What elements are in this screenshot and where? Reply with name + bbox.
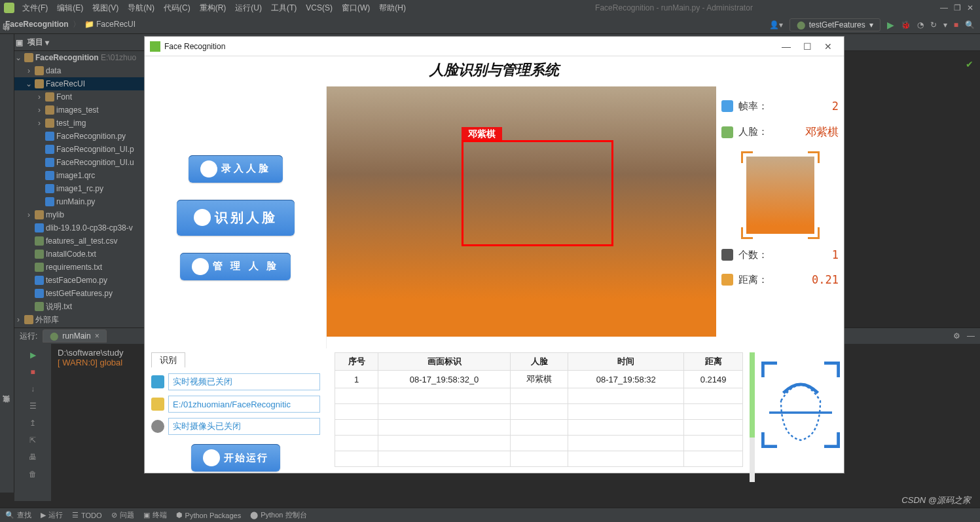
results-panel: 序号画面标识人脸时间距离 108-17_19:58:32_0邓紫棋08-17_1… — [327, 348, 844, 486]
window-maximize-icon[interactable]: ❐ — [951, 3, 963, 12]
menu-tools[interactable]: 工具(T) — [267, 1, 300, 15]
settings-icon[interactable]: ⚙ — [953, 331, 960, 341]
tree-node[interactable]: ›外部库 — [14, 313, 144, 326]
sb-pypkg[interactable]: ⬢ Python Packages — [176, 511, 242, 519]
menu-view[interactable]: 视图(V) — [88, 1, 122, 15]
tree-node[interactable]: runMain.py — [14, 195, 144, 208]
dialog-title: Face Recognition — [164, 42, 225, 51]
video-status-input[interactable] — [168, 373, 320, 390]
tree-node[interactable]: ⌄FaceRecUI — [14, 77, 144, 90]
table-row[interactable] — [335, 451, 743, 467]
face-name-value: 邓紫棋 — [805, 124, 839, 140]
manage-face-button[interactable]: 管 理 人 脸 — [180, 253, 291, 280]
dlg-minimize-icon[interactable]: — — [776, 41, 797, 52]
down-icon[interactable]: ↓ — [27, 383, 39, 395]
tree-node[interactable]: 说明.txt — [14, 300, 144, 313]
stop-icon[interactable]: ■ — [954, 20, 958, 29]
sb-problems[interactable]: ⊘ 问题 — [111, 510, 134, 520]
table-row[interactable] — [335, 420, 743, 436]
sb-pyconsole[interactable]: ⬤ Python 控制台 — [250, 510, 306, 520]
tab-recognize[interactable]: 识别 — [151, 352, 185, 367]
favorites-tab[interactable]: 收藏夹 — [0, 406, 12, 411]
stop-run-icon[interactable]: ■ — [27, 366, 39, 378]
rerun-icon[interactable]: ▶ — [27, 349, 39, 361]
tree-node[interactable]: image1_rc.py — [14, 182, 144, 195]
attach-icon[interactable]: ▾ — [943, 20, 947, 29]
face-icon — [721, 126, 733, 138]
recognize-face-button[interactable]: 识别人脸 — [177, 200, 295, 236]
table-row[interactable] — [335, 404, 743, 420]
tree-node[interactable]: ›Font — [14, 90, 144, 103]
sb-run[interactable]: ▶ 运行 — [41, 510, 63, 520]
face-recognition-dialog: Face Recognition — ☐ ✕ 人脸识别与管理系统 录入人脸 识别… — [145, 37, 844, 473]
close-icon[interactable]: × — [95, 331, 100, 341]
search-everywhere-icon[interactable]: 🔍 — [965, 20, 975, 29]
dlg-maximize-icon[interactable]: ☐ — [797, 41, 818, 52]
sb-terminal[interactable]: ▣ 终端 — [143, 510, 167, 520]
table-header: 画面标识 — [378, 353, 511, 371]
distance-label: 距离： — [738, 274, 768, 286]
up-icon[interactable]: ↥ — [27, 417, 39, 429]
menu-refactor[interactable]: 重构(R) — [196, 1, 230, 15]
tree-node[interactable]: requirements.txt — [14, 261, 144, 274]
tree-node[interactable]: FaceRecognition_UI.u — [14, 156, 144, 169]
tree-node[interactable]: ›mylib — [14, 208, 144, 221]
tree-node[interactable]: ›images_test — [14, 103, 144, 117]
count-value: 1 — [832, 248, 839, 261]
breadcrumb[interactable]: FaceRecognition〉📁 FaceRecUI — [5, 19, 136, 30]
export-icon[interactable]: ⇱ — [27, 434, 39, 446]
camera-status-input[interactable] — [168, 418, 320, 435]
dlg-close-icon[interactable]: ✕ — [818, 41, 839, 52]
sb-todo[interactable]: ☰ TODO — [72, 511, 102, 519]
hide-icon[interactable]: — — [967, 331, 975, 341]
tree-node[interactable]: features_all_test.csv — [14, 234, 144, 248]
debug-icon[interactable]: 🐞 — [901, 20, 911, 29]
pycharm-logo-icon — [4, 3, 14, 13]
status-bar: 🔍 查找 ▶ 运行 ☰ TODO ⊘ 问题 ▣ 终端 ⬢ Python Pack… — [0, 508, 980, 522]
menu-code[interactable]: 代码(C) — [160, 1, 194, 15]
coverage-icon[interactable]: ◔ — [917, 20, 924, 29]
window-close-icon[interactable]: ✕ — [964, 3, 976, 12]
start-run-button[interactable]: 开始运行 — [191, 444, 280, 472]
table-row[interactable] — [335, 436, 743, 451]
print-icon[interactable]: 🖶 — [27, 451, 39, 463]
menu-run[interactable]: 运行(U) — [231, 1, 266, 15]
tree-node[interactable]: testFaceDemo.py — [14, 274, 144, 287]
menu-file[interactable]: 文件(F) — [18, 1, 52, 15]
menu-edit[interactable]: 编辑(E) — [53, 1, 87, 15]
structure-tab[interactable]: 结构 — [0, 34, 12, 39]
menu-vcs[interactable]: VCS(S) — [302, 2, 336, 14]
tree-node[interactable]: dlib-19.19.0-cp38-cp38-v — [14, 221, 144, 234]
results-table[interactable]: 序号画面标识人脸时间距离 108-17_19:58:32_0邓紫棋08-17_1… — [335, 352, 743, 467]
layout-icon[interactable]: ☰ — [27, 400, 39, 412]
run-button-icon[interactable]: ▶ — [887, 20, 894, 30]
tree-node[interactable]: image1.qrc — [14, 169, 144, 182]
sb-search[interactable]: 🔍 查找 — [5, 510, 31, 520]
profile-icon[interactable]: ↻ — [930, 20, 937, 29]
run-config-select[interactable]: ⬤testGetFeatures▾ — [789, 18, 880, 31]
table-row[interactable] — [335, 388, 743, 404]
menu-help[interactable]: 帮助(H) — [375, 1, 410, 15]
path-input[interactable] — [168, 396, 320, 413]
run-tab[interactable]: ⬤runMain× — [43, 329, 106, 343]
tree-node[interactable]: testGetFeatures.py — [14, 287, 144, 300]
menu-nav[interactable]: 导航(N) — [124, 1, 158, 15]
tree-node[interactable]: InatallCode.txt — [14, 248, 144, 261]
tree-node[interactable]: FaceRecognition_UI.p — [14, 143, 144, 156]
tree-node[interactable]: ›data — [14, 64, 144, 77]
folder-icon — [151, 398, 164, 411]
window-minimize-icon[interactable]: — — [938, 3, 950, 12]
trash-icon[interactable]: 🗑 — [27, 468, 39, 480]
menu-window[interactable]: 窗口(W) — [338, 1, 374, 15]
project-tree[interactable]: ⌄FaceRecognition E:\01zhuo ›data⌄FaceRec… — [14, 51, 144, 333]
enroll-face-button[interactable]: 录入人脸 — [189, 155, 283, 183]
table-header: 时间 — [568, 353, 684, 371]
table-row[interactable]: 108-17_19:58:32_0邓紫棋08-17_19:58:320.2149 — [335, 371, 743, 388]
person-icon — [200, 160, 217, 177]
table-scrollbar[interactable] — [750, 352, 755, 482]
user-icon[interactable]: 👤▾ — [769, 20, 783, 29]
tree-node[interactable]: ›test_img — [14, 117, 144, 130]
left-gutter: 结构 收藏夹 — [0, 34, 14, 493]
tree-node[interactable]: FaceRecognition.py — [14, 130, 144, 143]
stats-pane: 帧率：2 人脸：邓紫棋 个数：1 距离：0.21 — [716, 86, 844, 348]
